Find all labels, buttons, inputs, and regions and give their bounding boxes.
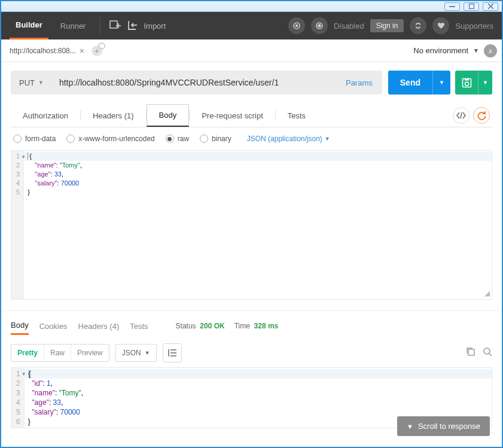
svg-rect-4: [110, 21, 117, 28]
view-preview-button[interactable]: Preview: [71, 345, 109, 361]
response-tab-cookies[interactable]: Cookies: [39, 318, 68, 334]
svg-point-12: [465, 82, 468, 86]
search-response-icon[interactable]: [483, 347, 492, 359]
request-area: PUT ▼ Params Send ▼ ▼ Authorizati: [1, 62, 502, 300]
request-tab-title: http://localhost:808...: [10, 47, 76, 55]
time-value: 328 ms: [254, 322, 279, 330]
interceptor-status: Disabled: [334, 22, 364, 31]
copy-response-icon[interactable]: [466, 347, 475, 359]
status-value: 200 OK: [200, 322, 224, 330]
svg-line-14: [461, 112, 462, 118]
tab-prerequest[interactable]: Pre-request script: [190, 105, 275, 126]
main-toolbar: Builder Runner Import Disabled Sign in: [1, 12, 502, 39]
radio-form-data[interactable]: form-data: [13, 135, 56, 143]
chevron-down-icon: ▼: [325, 136, 330, 142]
send-button[interactable]: Send: [388, 71, 432, 95]
content-type-dropdown[interactable]: JSON (application/json) ▼: [247, 135, 330, 143]
reset-icon[interactable]: [473, 107, 490, 124]
settings-icon[interactable]: [410, 17, 426, 34]
save-dropdown-button[interactable]: ▼: [478, 71, 492, 95]
tab-headers[interactable]: Headers (1): [81, 105, 146, 126]
builder-tab[interactable]: Builder: [10, 12, 48, 39]
pane-splitter[interactable]: [1, 310, 502, 311]
sign-in-button[interactable]: Sign in: [370, 19, 404, 32]
svg-rect-1: [469, 4, 474, 9]
time-label: Time: [234, 322, 250, 330]
radio-binary[interactable]: binary: [200, 135, 231, 143]
tab-tests[interactable]: Tests: [276, 105, 318, 126]
response-tab-body[interactable]: Body: [11, 317, 29, 335]
radio-urlencoded[interactable]: x-www-form-urlencoded: [66, 135, 154, 143]
svg-point-20: [484, 348, 490, 354]
new-window-icon[interactable]: [109, 19, 121, 33]
toolbar-divider: [100, 17, 100, 34]
view-pretty-button[interactable]: Pretty: [11, 345, 44, 361]
supporters-label[interactable]: Supporters: [455, 22, 493, 31]
sync-icon[interactable]: [288, 17, 305, 34]
http-method-label: PUT: [19, 78, 35, 87]
close-tab-icon[interactable]: ×: [80, 46, 84, 56]
minimize-button[interactable]: [444, 2, 460, 11]
svg-point-8: [296, 25, 298, 27]
params-button[interactable]: Params: [336, 71, 382, 95]
url-row: PUT ▼ Params Send ▼ ▼: [11, 71, 492, 95]
env-quicklook-icon[interactable]: x: [484, 44, 497, 57]
body-type-row: form-data x-www-form-urlencoded raw bina…: [11, 127, 492, 150]
chevron-down-icon: ▼: [38, 80, 44, 86]
wrap-lines-icon[interactable]: [163, 343, 182, 362]
request-body-editor[interactable]: 1▼ 2345 { "name": "Tomy", "age": 33, "sa…: [11, 150, 492, 300]
interceptor-icon[interactable]: [311, 17, 328, 34]
response-format-dropdown[interactable]: JSON ▼: [115, 344, 157, 362]
chevron-down-icon[interactable]: ▼: [473, 47, 479, 54]
svg-rect-13: [465, 78, 469, 80]
response-toolbar: Pretty Raw Preview JSON ▼: [1, 335, 502, 367]
tab-body[interactable]: Body: [147, 104, 190, 127]
view-raw-button[interactable]: Raw: [44, 345, 71, 361]
import-label[interactable]: Import: [144, 22, 166, 31]
send-dropdown-button[interactable]: ▼: [432, 71, 450, 95]
chevron-down-icon: ▼: [407, 423, 413, 430]
response-gutter: 1▼ 23456: [11, 368, 25, 428]
svg-line-21: [489, 353, 492, 356]
editor-code[interactable]: { "name": "Tomy", "age": 33, "salary": 7…: [24, 151, 492, 299]
url-input[interactable]: [52, 71, 336, 95]
request-section-tabs: Authorization Headers (1) Body Pre-reque…: [11, 104, 492, 127]
svg-point-10: [318, 25, 321, 27]
request-tabstrip: http://localhost:808... × + No environme…: [1, 39, 502, 62]
chevron-down-icon: ▼: [483, 80, 488, 86]
import-icon[interactable]: [127, 20, 138, 32]
app-window: Builder Runner Import Disabled Sign in: [0, 0, 503, 448]
close-window-button[interactable]: [483, 2, 498, 11]
maximize-button[interactable]: [464, 2, 479, 11]
heart-icon[interactable]: [432, 17, 449, 34]
svg-rect-19: [468, 349, 474, 355]
response-tab-headers[interactable]: Headers (4): [78, 318, 120, 334]
save-button[interactable]: [455, 71, 478, 95]
response-tab-tests[interactable]: Tests: [130, 318, 148, 334]
status-label: Status: [176, 322, 196, 330]
view-mode-group: Pretty Raw Preview: [11, 344, 109, 362]
response-meta: Status 200 OK Time 328 ms: [176, 322, 279, 330]
runner-tab[interactable]: Runner: [54, 12, 92, 39]
new-tab-button[interactable]: +: [92, 45, 102, 56]
code-snippet-icon[interactable]: [453, 107, 470, 124]
chevron-down-icon: ▼: [145, 350, 150, 356]
environment-selector[interactable]: No environment: [413, 46, 468, 55]
chevron-down-icon: ▼: [439, 80, 444, 86]
scroll-to-response-button[interactable]: ▼ Scroll to response: [397, 416, 490, 436]
tab-authorization[interactable]: Authorization: [11, 105, 80, 126]
radio-raw[interactable]: raw: [166, 135, 189, 143]
http-method-dropdown[interactable]: PUT ▼: [11, 71, 52, 95]
window-titlebar: [1, 1, 502, 12]
resize-handle-icon[interactable]: ◢: [484, 289, 490, 297]
editor-gutter: 1▼ 2345: [11, 151, 24, 299]
response-tabs: Body Cookies Headers (4) Tests Status 20…: [1, 317, 502, 335]
save-icon: [462, 78, 472, 88]
request-tab[interactable]: http://localhost:808... ×: [6, 44, 88, 58]
